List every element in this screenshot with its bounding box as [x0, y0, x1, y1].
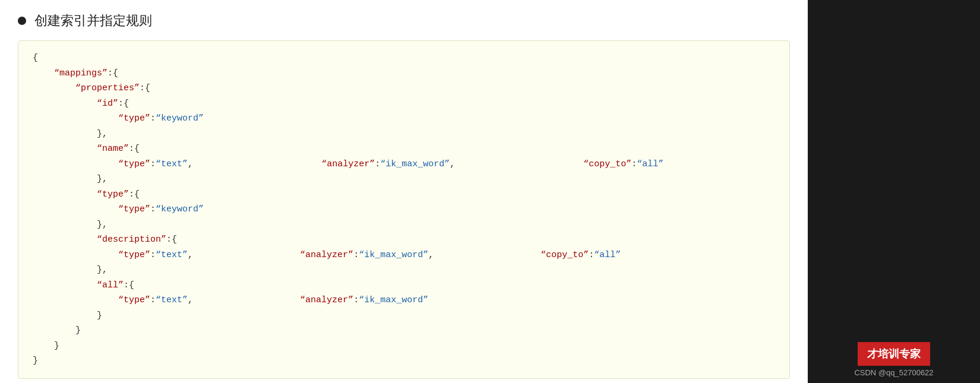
code-line: “mappings”:{ [33, 66, 775, 81]
code-line: { [33, 50, 775, 66]
code-line: “type”:“text”, “analyzer”:“ik_max_word”,… [33, 157, 775, 172]
code-line: }, [33, 262, 775, 278]
bullet-icon [18, 17, 26, 25]
code-line: “all”:{ [33, 278, 775, 293]
code-line: “description”:{ [33, 232, 775, 248]
code-line: “type”:“keyword” [33, 111, 775, 126]
code-line: } [33, 338, 775, 354]
csdn-label: CSDN @qq_52700622 [854, 368, 933, 377]
code-line: “type”:“text”, “analyzer”:“ik_max_word” [33, 293, 775, 308]
code-line: “name”:{ [33, 141, 775, 157]
code-line: } [33, 353, 775, 369]
code-line: }, [33, 126, 775, 142]
code-line: }, [33, 217, 775, 233]
code-line: }, [33, 172, 775, 187]
code-line: “type”:{ [33, 187, 775, 202]
watermark-badge: 才培训专家 [858, 342, 930, 366]
right-sidebar: 才培训专家 CSDN @qq_52700622 [808, 0, 980, 383]
code-block: { “mappings”:{ “properties”:{ “id”:{ “ty… [18, 40, 790, 379]
code-line: “id”:{ [33, 96, 775, 112]
heading-text: 创建索引并指定规则 [34, 12, 152, 30]
code-line: “type”:“text”, “analyzer”:“ik_max_word”,… [33, 248, 775, 263]
code-line: “properties”:{ [33, 81, 775, 96]
heading: 创建索引并指定规则 [18, 12, 790, 30]
main-content: 创建索引并指定规则 { “mappings”:{ “properties”:{ … [0, 0, 808, 383]
code-line: } [33, 308, 775, 324]
code-line: “type”:“keyword” [33, 202, 775, 217]
code-line: } [33, 323, 775, 338]
